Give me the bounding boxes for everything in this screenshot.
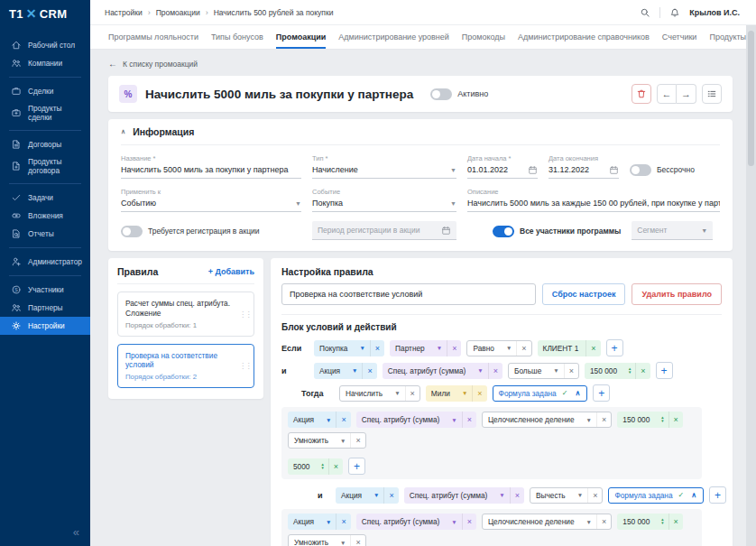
tab-1[interactable]: Типы бонусов bbox=[211, 32, 263, 49]
chevron-down-icon[interactable]: ▼ bbox=[457, 390, 472, 396]
delete-rule-button[interactable]: Удалить правило bbox=[632, 283, 722, 305]
chevron-down-icon[interactable]: ▼ bbox=[447, 417, 461, 423]
chevron-up-icon[interactable]: ∧ bbox=[687, 491, 696, 499]
search-icon[interactable] bbox=[640, 7, 650, 18]
tab-5[interactable]: Администрирование справочников bbox=[518, 32, 650, 49]
info-section-header[interactable]: ∧ Информация bbox=[121, 126, 720, 145]
close-icon[interactable]: × bbox=[405, 386, 419, 401]
close-icon[interactable]: × bbox=[336, 514, 350, 530]
name-field[interactable]: Название * Начислить 5000 миль за покупк… bbox=[121, 154, 301, 179]
condition-chip[interactable]: Мили▼× bbox=[426, 385, 487, 402]
rule-card[interactable]: Проверка на соответствие условийПорядок … bbox=[117, 344, 254, 389]
close-icon[interactable]: × bbox=[472, 385, 486, 402]
sidebar-item-administrator[interactable]: Администратор bbox=[0, 253, 90, 271]
close-icon[interactable]: × bbox=[462, 412, 476, 428]
close-icon[interactable]: × bbox=[328, 458, 343, 475]
drag-handle-icon[interactable]: ⋮⋮ bbox=[239, 310, 251, 318]
breadcrumb-item[interactable]: Промоакции bbox=[156, 8, 200, 17]
chevron-down-icon[interactable]: ▼ bbox=[355, 345, 369, 351]
close-icon[interactable]: × bbox=[350, 535, 364, 546]
list-menu-button[interactable] bbox=[702, 84, 722, 104]
chevron-down-icon[interactable]: ▼ bbox=[573, 492, 587, 498]
registration-period-input[interactable]: Период регистрации в акции bbox=[312, 221, 456, 240]
add-chip-button[interactable]: + bbox=[593, 384, 610, 402]
close-icon[interactable]: × bbox=[596, 514, 611, 529]
condition-chip[interactable]: Начислить▼× bbox=[339, 385, 420, 402]
bell-icon[interactable] bbox=[669, 7, 680, 18]
scrollbar[interactable] bbox=[746, 25, 756, 546]
condition-chip[interactable]: Больше▼× bbox=[508, 363, 579, 379]
condition-chip[interactable]: Вычесть▼× bbox=[530, 487, 603, 504]
rule-name-input[interactable] bbox=[281, 283, 536, 305]
close-icon[interactable]: × bbox=[447, 340, 461, 356]
condition-chip[interactable]: Спец. атрибут (сумма)▼× bbox=[404, 487, 524, 504]
tab-7[interactable]: Продукты bbox=[709, 32, 746, 49]
registration-toggle[interactable] bbox=[121, 226, 143, 237]
condition-chip[interactable]: Акция▼× bbox=[288, 514, 351, 530]
back-to-list-link[interactable]: ← К списку промоакций bbox=[108, 59, 733, 69]
chevron-up-icon[interactable]: ∧ bbox=[570, 389, 580, 397]
calendar-icon[interactable] bbox=[609, 165, 619, 175]
close-icon[interactable]: × bbox=[596, 412, 611, 427]
condition-chip[interactable]: Умножить▼× bbox=[288, 432, 366, 449]
tab-6[interactable]: Счетчики bbox=[662, 32, 697, 49]
condition-chip[interactable]: 150 000▲▼× bbox=[585, 363, 650, 379]
condition-chip[interactable]: Партнер▼× bbox=[390, 340, 461, 356]
event-select[interactable]: Событие Покупка▼ bbox=[312, 188, 456, 212]
condition-chip[interactable]: Целочисленное деление▼× bbox=[482, 412, 612, 428]
sidebar-item-contract-products[interactable]: Продукты договора bbox=[0, 153, 90, 179]
stepper-icon[interactable]: ▲▼ bbox=[657, 518, 668, 525]
prev-button[interactable]: ← bbox=[657, 84, 677, 104]
formula-chip[interactable]: Формула задана✓∧ bbox=[493, 385, 588, 402]
close-icon[interactable]: × bbox=[585, 340, 600, 356]
chevron-down-icon[interactable]: ▼ bbox=[582, 417, 596, 423]
condition-chip[interactable]: 150 000▲▼× bbox=[617, 514, 683, 530]
sidebar-item-tasks[interactable]: Задачи bbox=[0, 189, 90, 207]
sidebar-item-settings[interactable]: Настройки bbox=[0, 317, 90, 335]
segment-select[interactable]: Сегмент ▼ bbox=[632, 221, 713, 240]
condition-chip[interactable]: Равно▼× bbox=[466, 340, 531, 356]
sidebar-item-attachments[interactable]: Вложения bbox=[0, 207, 90, 225]
sidebar-item-companies[interactable]: Компании bbox=[0, 54, 90, 72]
stepper-icon[interactable]: ▲▼ bbox=[624, 367, 635, 375]
chevron-down-icon[interactable]: ▼ bbox=[321, 417, 336, 423]
close-icon[interactable]: × bbox=[336, 412, 350, 428]
close-icon[interactable]: × bbox=[635, 363, 650, 379]
tab-2[interactable]: Промоакции bbox=[276, 32, 327, 49]
perpetual-toggle[interactable] bbox=[630, 164, 651, 176]
close-icon[interactable]: × bbox=[383, 487, 398, 504]
sidebar-item-deals[interactable]: Сделки bbox=[0, 82, 90, 100]
chevron-down-icon[interactable]: ▼ bbox=[549, 367, 563, 374]
close-icon[interactable]: × bbox=[510, 487, 524, 504]
condition-chip[interactable]: Целочисленное деление▼× bbox=[482, 514, 612, 530]
condition-chip[interactable]: 5000▲▼× bbox=[288, 458, 343, 475]
add-chip-button[interactable]: + bbox=[606, 339, 623, 356]
breadcrumb-item[interactable]: Начислить 500 рублей за покупки bbox=[214, 8, 334, 17]
sidebar-item-deal-products[interactable]: Продукты сделки bbox=[0, 100, 90, 125]
user-menu[interactable]: Крылов И.С. bbox=[689, 8, 740, 17]
close-icon[interactable]: × bbox=[362, 363, 376, 379]
type-select[interactable]: Тип * Начисление▼ bbox=[312, 154, 456, 179]
next-button[interactable]: → bbox=[677, 84, 696, 104]
condition-chip[interactable]: КЛИЕНТ 1× bbox=[538, 340, 601, 356]
apply-to-select[interactable]: Применить к Событию▼ bbox=[121, 188, 301, 212]
rule-card[interactable]: Расчет суммы спец. атрибута. СложениеПор… bbox=[117, 292, 254, 337]
condition-chip[interactable]: Покупка▼× bbox=[314, 340, 384, 356]
chevron-down-icon[interactable]: ▼ bbox=[432, 345, 447, 351]
chevron-down-icon[interactable]: ▼ bbox=[447, 519, 461, 525]
close-icon[interactable]: × bbox=[668, 514, 683, 530]
close-icon[interactable]: × bbox=[370, 340, 384, 356]
chevron-down-icon[interactable]: ▼ bbox=[582, 519, 596, 525]
sidebar-item-desktop[interactable]: Рабочий стол bbox=[0, 36, 90, 54]
tab-4[interactable]: Промокоды bbox=[462, 32, 505, 49]
chevron-down-icon[interactable]: ▼ bbox=[336, 438, 350, 444]
reset-settings-button[interactable]: Сброс настроек bbox=[542, 283, 626, 305]
add-chip-button[interactable]: + bbox=[656, 362, 673, 379]
tab-3[interactable]: Администрирование уровней bbox=[338, 32, 449, 49]
formula-chip[interactable]: Формула задана✓∧ bbox=[608, 487, 704, 504]
sidebar-item-reports[interactable]: Отчеты bbox=[0, 225, 90, 243]
description-field[interactable]: Описание Начислить 5000 миль за каждые 1… bbox=[467, 188, 720, 212]
stepper-icon[interactable]: ▲▼ bbox=[317, 463, 327, 470]
condition-chip[interactable]: Спец. атрибут (сумма)▼× bbox=[383, 363, 502, 379]
date-end-field[interactable]: Дата окончания 31.12.2022 bbox=[549, 154, 619, 179]
